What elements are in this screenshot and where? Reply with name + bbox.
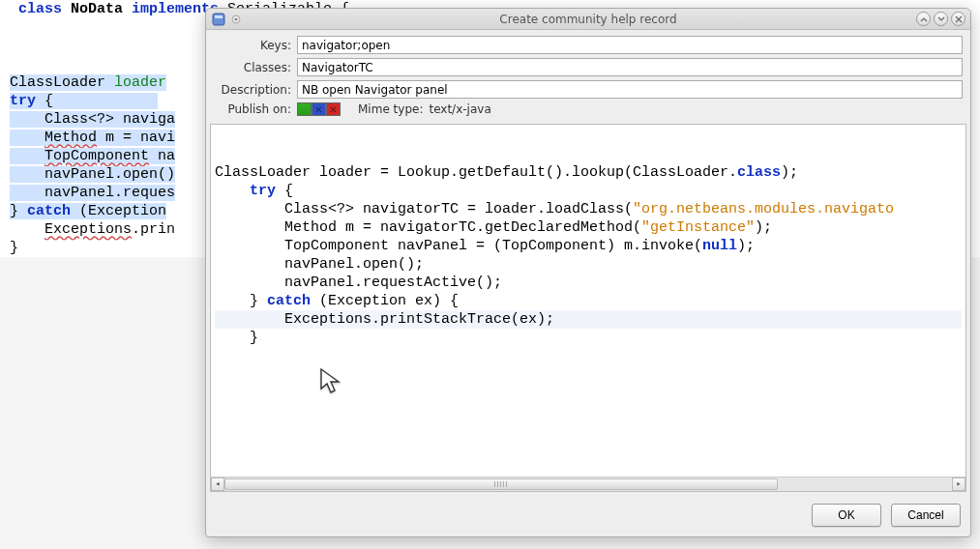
code-line: Class<?> navigatorTC = loader.loadClass(… [215, 200, 962, 218]
scroll-track[interactable] [224, 477, 952, 491]
horizontal-scrollbar[interactable]: ◂ ▸ [211, 477, 965, 491]
close-button[interactable] [951, 12, 965, 26]
code-line: ClassLoader loader = Lookup.getDefault()… [215, 163, 962, 182]
ok-button[interactable]: OK [812, 504, 881, 527]
svg-rect-1 [215, 15, 223, 18]
titlebar[interactable]: Create community help record [206, 9, 970, 30]
mime-value: text/x-java [429, 102, 490, 116]
dialog-buttons: OK Cancel [206, 496, 970, 536]
publish-flag-blue[interactable] [312, 102, 326, 116]
classes-input[interactable]: NavigatorTC [297, 58, 963, 76]
cancel-button[interactable]: Cancel [891, 504, 961, 527]
form-area: Keys: navigator;open Classes: NavigatorT… [206, 30, 970, 124]
code-line: } [215, 329, 962, 347]
publish-label: Publish on: [214, 102, 297, 116]
dropdown-icon[interactable] [229, 13, 243, 26]
classes-label: Classes: [214, 61, 297, 74]
scroll-thumb[interactable] [224, 478, 778, 490]
code-preview[interactable]: ClassLoader loader = Lookup.getDefault()… [210, 124, 966, 492]
code-line: Method m = navigatorTC.getDeclaredMethod… [215, 218, 962, 237]
minimize-button[interactable] [916, 12, 931, 26]
publish-flag-green[interactable] [297, 102, 312, 116]
keys-input[interactable]: navigator;open [297, 36, 963, 54]
code-line: TopComponent navPanel = (TopComponent) m… [215, 237, 962, 255]
maximize-button[interactable] [934, 12, 948, 26]
dialog-create-community-help: Create community help record Keys: navig… [205, 8, 971, 537]
publish-flags[interactable] [297, 102, 341, 116]
publish-flag-red[interactable] [326, 102, 341, 116]
code-line: Exceptions.printStackTrace(ex); [215, 310, 962, 329]
dialog-title: Create community help record [206, 13, 970, 26]
scroll-right-button[interactable]: ▸ [952, 477, 965, 491]
keys-label: Keys: [214, 39, 297, 52]
mime-label: Mime type: [358, 102, 423, 116]
code-line: navPanel.open(); [215, 255, 962, 274]
app-icon [212, 13, 225, 26]
scroll-left-button[interactable]: ◂ [211, 477, 224, 491]
description-input[interactable]: NB open Navigator panel [297, 80, 963, 99]
description-label: Description: [214, 83, 297, 97]
code-line: } catch (Exception ex) { [215, 292, 962, 310]
svg-rect-0 [213, 14, 224, 25]
code-line: navPanel.requestActive(); [215, 274, 962, 292]
code-line: try { [215, 182, 962, 200]
